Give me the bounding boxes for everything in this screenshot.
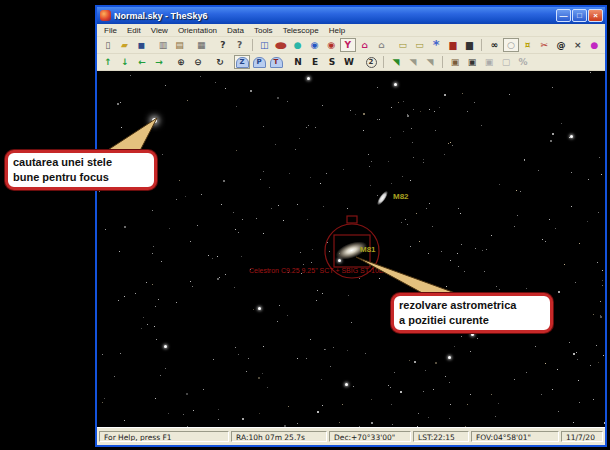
star: [542, 239, 543, 240]
eyepiece-a-button[interactable]: ▭: [395, 38, 411, 52]
context-help-button[interactable]: ?: [232, 38, 248, 52]
star: [124, 226, 126, 228]
pan-left-button[interactable]: ←: [134, 55, 150, 69]
pan-down-button[interactable]: ↓: [117, 55, 133, 69]
telescope-c-button[interactable]: ◥: [422, 55, 438, 69]
menu-item-orientation[interactable]: Orientation: [173, 26, 222, 35]
red-ellipse-button[interactable]: ●: [273, 38, 289, 52]
mirror-image-button[interactable]: 2: [363, 55, 379, 69]
link-button[interactable]: @: [553, 38, 569, 52]
split-window-button[interactable]: ◫: [256, 38, 272, 52]
star: [215, 82, 216, 83]
star: [602, 280, 603, 281]
star: [143, 317, 144, 318]
minimize-button[interactable]: —: [556, 9, 571, 22]
maximize-button[interactable]: □: [572, 9, 587, 22]
house-pink-button[interactable]: ⌂: [357, 38, 373, 52]
close-x-button[interactable]: ×: [570, 38, 586, 52]
star: [409, 360, 410, 361]
frame-button[interactable]: ▢: [498, 55, 514, 69]
star: [161, 261, 162, 262]
magenta-ball-button[interactable]: ●: [587, 38, 603, 52]
star: [234, 287, 235, 288]
slew-indicator-button[interactable]: Y: [340, 38, 356, 52]
close-button[interactable]: ×: [588, 9, 603, 22]
camera-copy-icon: ▣: [485, 57, 494, 67]
menu-item-edit[interactable]: Edit: [122, 26, 146, 35]
star: [156, 339, 157, 340]
camera-copy-button[interactable]: ▣: [481, 55, 497, 69]
paste-button[interactable]: ▤: [172, 38, 188, 52]
sky-chart[interactable]: M82 M81 Celestron C9.25 9.25" SCT + SBIG…: [97, 71, 605, 427]
pan-up-button[interactable]: ↑: [100, 55, 116, 69]
star: [99, 191, 100, 192]
look-south-button[interactable]: S: [324, 55, 340, 69]
star: [183, 414, 184, 415]
star: [118, 300, 119, 301]
star: [348, 295, 349, 296]
new-document-button[interactable]: ▯: [100, 38, 116, 52]
star: [467, 111, 468, 112]
pole-view-button[interactable]: P: [251, 55, 267, 69]
zenith-view-button[interactable]: Z: [234, 55, 250, 69]
pan-right-button[interactable]: →: [151, 55, 167, 69]
look-east-button[interactable]: E: [307, 55, 323, 69]
print-button[interactable]: ▦: [193, 38, 209, 52]
menu-item-tools[interactable]: Tools: [249, 26, 278, 35]
key-button[interactable]: ¤: [520, 38, 536, 52]
telescope-connect-button[interactable]: ◥: [388, 55, 404, 69]
context-help-icon: ?: [237, 40, 242, 50]
find-button[interactable]: ∞: [486, 38, 502, 52]
title-bar[interactable]: Normal.sky - TheSky6 — □ ×: [97, 7, 605, 24]
star: [371, 422, 373, 424]
blue-globe-button[interactable]: ◉: [307, 38, 323, 52]
house-outline-button[interactable]: ⌂: [373, 38, 389, 52]
focus-target-star[interactable]: [152, 118, 157, 123]
camera-button[interactable]: ▣: [447, 55, 463, 69]
horizon-view-button[interactable]: T: [268, 55, 284, 69]
callout-astrometry: rezolvare astrometrica a pozitiei curent…: [391, 293, 553, 333]
star: [200, 76, 201, 77]
menu-item-data[interactable]: Data: [222, 26, 249, 35]
menu-item-view[interactable]: View: [146, 26, 173, 35]
telescope-b-button[interactable]: ◥: [405, 55, 421, 69]
star: [561, 123, 562, 124]
red-object-button[interactable]: ▆: [445, 38, 461, 52]
star: [155, 398, 156, 399]
look-north-button[interactable]: N: [290, 55, 306, 69]
camera-take-button[interactable]: ▣: [464, 55, 480, 69]
zoom-in-button[interactable]: ⊕: [173, 55, 189, 69]
eyepiece-b-button[interactable]: ▭: [412, 38, 428, 52]
star: [377, 195, 378, 196]
zoom-out-button[interactable]: ⊖: [190, 55, 206, 69]
look-west-button[interactable]: W: [341, 55, 357, 69]
star: [297, 358, 298, 359]
help-button[interactable]: ?: [215, 38, 231, 52]
toolbar-row-2: ↑↓←→⊕⊖↻ZPTNESW2◥◥◥▣▣▣▢%: [97, 54, 605, 71]
rotate-view-button[interactable]: ↻: [212, 55, 228, 69]
slash-button[interactable]: %: [515, 55, 531, 69]
save-button[interactable]: ◼: [133, 38, 149, 52]
sparkle-icon: *: [433, 40, 440, 50]
sparkle-button[interactable]: *: [428, 38, 444, 52]
star: [377, 87, 378, 88]
pan-down-icon: ↓: [121, 57, 129, 67]
menu-item-help[interactable]: Help: [324, 26, 350, 35]
monitor-button[interactable]: ▆: [462, 38, 478, 52]
pole-view-icon: P: [253, 57, 266, 68]
dome-button[interactable]: ●: [290, 38, 306, 52]
open-file-button[interactable]: ▰: [117, 38, 133, 52]
star: [271, 208, 272, 209]
copy-button[interactable]: ▥: [155, 38, 171, 52]
star: [454, 346, 455, 347]
thesky6-window: Normal.sky - TheSky6 — □ × FileEditViewO…: [95, 5, 607, 447]
star: [446, 286, 447, 287]
star: [486, 249, 487, 250]
star: [333, 347, 334, 348]
menu-item-file[interactable]: File: [99, 26, 122, 35]
finder-frame-button[interactable]: ○: [503, 38, 519, 52]
menu-item-telescope[interactable]: Telescope: [278, 26, 324, 35]
red-globe-button[interactable]: ◉: [323, 38, 339, 52]
tools-button[interactable]: ✂: [536, 38, 552, 52]
star: [152, 253, 153, 254]
